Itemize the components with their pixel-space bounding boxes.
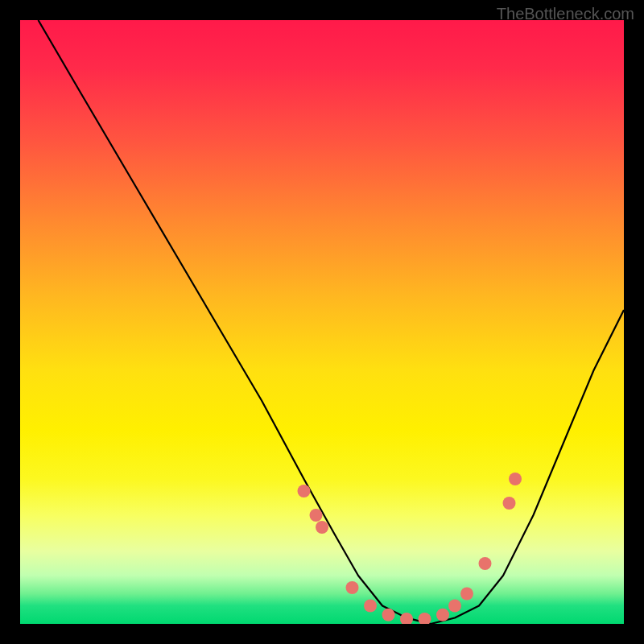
svg-point-11 xyxy=(479,557,492,570)
svg-point-7 xyxy=(419,613,431,624)
svg-point-4 xyxy=(364,600,377,613)
svg-point-1 xyxy=(310,509,323,522)
watermark-text: TheBottleneck.com xyxy=(497,5,634,23)
bottleneck-curve-line xyxy=(39,20,625,624)
svg-point-9 xyxy=(448,600,461,613)
svg-point-13 xyxy=(509,473,522,485)
svg-point-0 xyxy=(298,485,311,497)
svg-point-2 xyxy=(316,521,328,534)
svg-point-6 xyxy=(400,613,413,624)
svg-point-5 xyxy=(382,609,395,621)
svg-point-10 xyxy=(460,588,473,601)
svg-point-3 xyxy=(346,581,359,594)
chart-svg xyxy=(20,20,624,624)
curve-markers xyxy=(298,473,522,624)
svg-point-12 xyxy=(503,497,516,510)
svg-point-8 xyxy=(436,609,449,621)
chart-plot-area xyxy=(20,20,624,624)
